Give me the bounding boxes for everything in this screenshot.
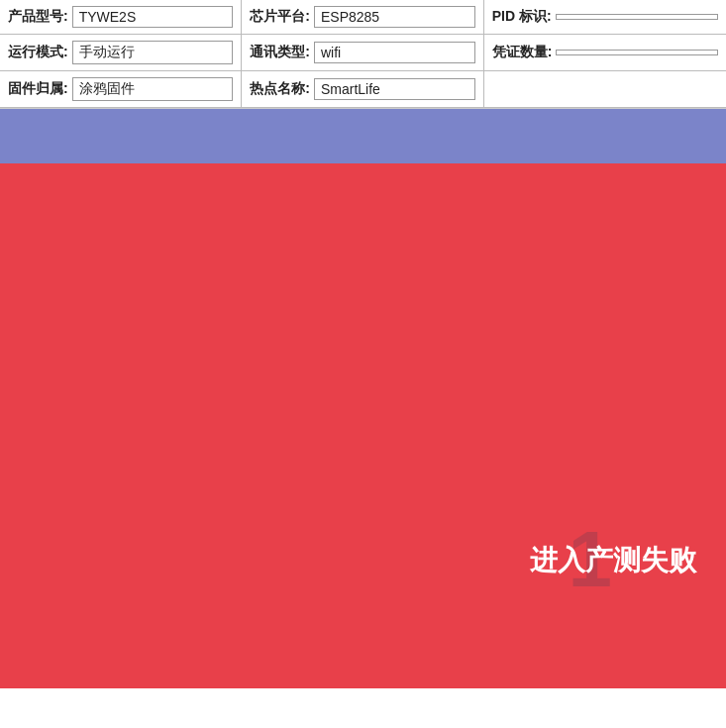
firmware-cell: 固件归属: 涂鸦固件 <box>0 71 242 108</box>
mode-value: 手动运行 <box>72 41 234 64</box>
info-grid: 产品型号: TYWE2S 芯片平台: ESP8285 PID 标识: 运行模式:… <box>0 0 726 109</box>
failure-message: 进入产测失败 <box>530 542 696 579</box>
mode-cell: 运行模式: 手动运行 <box>0 35 242 71</box>
comm-cell: 通讯类型: wifi <box>242 35 483 71</box>
chip-value: ESP8285 <box>314 6 475 28</box>
cert-cell: 凭证数量: <box>484 35 726 71</box>
firmware-value: 涂鸦固件 <box>72 77 234 101</box>
chip-cell: 芯片平台: ESP8285 <box>242 0 483 35</box>
cert-value <box>556 50 718 55</box>
comm-label: 通讯类型: <box>250 44 310 61</box>
blue-band <box>0 109 726 163</box>
chip-label: 芯片平台: <box>250 8 310 26</box>
firmware-label: 固件归属: <box>8 80 68 98</box>
pid-label: PID 标识: <box>492 8 552 26</box>
empty-cell <box>484 71 726 108</box>
pid-value <box>556 14 718 20</box>
product-cell: 产品型号: TYWE2S <box>0 0 242 35</box>
hotspot-cell: 热点名称: SmartLife <box>242 71 483 108</box>
hotspot-value: SmartLife <box>314 78 475 100</box>
pid-cell: PID 标识: <box>484 0 726 35</box>
product-label: 产品型号: <box>8 8 68 26</box>
red-area: 1 进入产测失败 <box>0 163 726 688</box>
product-value: TYWE2S <box>72 6 234 28</box>
comm-value: wifi <box>314 42 475 63</box>
mode-label: 运行模式: <box>8 44 68 61</box>
cert-label: 凭证数量: <box>492 44 553 61</box>
hotspot-label: 热点名称: <box>250 80 310 98</box>
